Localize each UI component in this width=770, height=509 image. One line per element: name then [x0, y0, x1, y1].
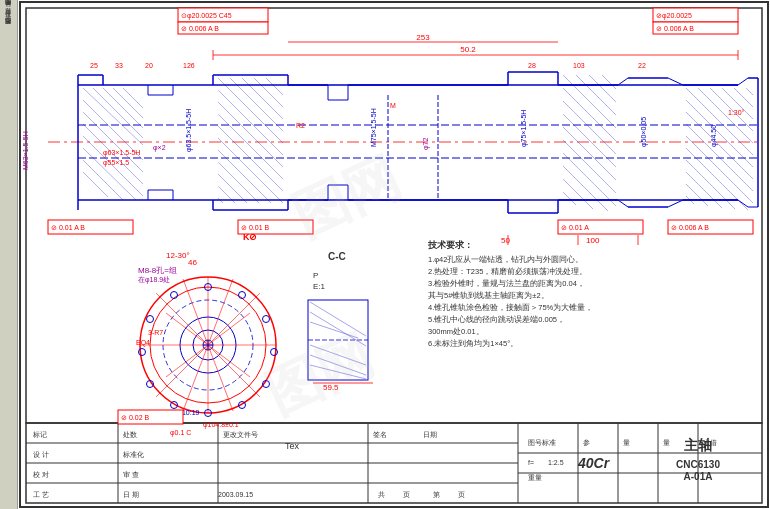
sidebar-label-1: (鼠)零件图纸 — [4, 10, 13, 14]
svg-text:126: 126 — [183, 62, 195, 69]
svg-text:M8-8孔=组: M8-8孔=组 — [138, 266, 177, 275]
svg-text:φ75×1.5-5H: φ75×1.5-5H — [520, 110, 528, 147]
svg-text:1:30°: 1:30° — [728, 109, 745, 116]
svg-text:2.热处理：T235，精磨前必须振荡冲洗处理。: 2.热处理：T235，精磨前必须振荡冲洗处理。 — [428, 267, 587, 276]
svg-text:K⊘: K⊘ — [243, 232, 258, 242]
svg-text:253: 253 — [416, 33, 430, 42]
svg-text:3-R7: 3-R7 — [148, 329, 163, 336]
svg-text:φ104.8±0.1: φ104.8±0.1 — [203, 421, 239, 429]
svg-text:22: 22 — [638, 62, 646, 69]
svg-text:技术要求：: 技术要求： — [427, 240, 473, 250]
svg-text:12-30°: 12-30° — [166, 251, 190, 260]
svg-text:⊘ 0.01 A: ⊘ 0.01 A — [561, 224, 589, 231]
svg-text:在φ18.9处: 在φ18.9处 — [138, 276, 170, 284]
svg-text:E:1: E:1 — [313, 282, 326, 291]
svg-text:A-01A: A-01A — [684, 471, 713, 482]
svg-text:页: 页 — [403, 491, 410, 499]
svg-text:校 对: 校 对 — [32, 471, 49, 478]
svg-text:签名: 签名 — [373, 431, 387, 438]
left-sidebar-panel: (鼠)零件图纸 推荐 近似 推荐图纸 — [0, 0, 18, 509]
svg-text:2003.09.15: 2003.09.15 — [218, 491, 253, 498]
svg-text:φ72: φ72 — [422, 138, 430, 150]
svg-text:量: 量 — [663, 439, 670, 446]
svg-text:100: 100 — [586, 236, 600, 245]
svg-text:⊘ 0.01 A B: ⊘ 0.01 A B — [51, 224, 85, 231]
svg-text:25: 25 — [90, 62, 98, 69]
svg-text:1.φ42孔应从一端钻透，钻孔内与外圆同心。: 1.φ42孔应从一端钻透，钻孔内与外圆同心。 — [428, 255, 583, 264]
svg-text:R2: R2 — [296, 122, 305, 129]
svg-text:φ63.5×1.5-5H: φ63.5×1.5-5H — [185, 109, 193, 152]
svg-text:⊘ 0.01 B: ⊘ 0.01 B — [241, 224, 270, 231]
svg-text:处数: 处数 — [123, 431, 137, 438]
svg-text:5.锥孔中心线的径向跳动误差端0.005，: 5.锥孔中心线的径向跳动误差端0.005， — [428, 315, 565, 324]
svg-text:φ55×1.5: φ55×1.5 — [103, 159, 129, 167]
svg-text:C-C: C-C — [328, 251, 346, 262]
svg-text:φ63×1.5-5H: φ63×1.5-5H — [103, 149, 140, 157]
svg-text:P: P — [313, 271, 318, 280]
svg-text:f=: f= — [528, 459, 534, 466]
svg-text:33: 33 — [115, 62, 123, 69]
svg-text:50: 50 — [501, 236, 510, 245]
svg-text:⊘ 0.006 A B: ⊘ 0.006 A B — [656, 25, 694, 32]
svg-text:第: 第 — [433, 491, 440, 498]
svg-text:审 查: 审 查 — [123, 471, 139, 478]
svg-text:标记: 标记 — [32, 431, 47, 438]
svg-text:⊙φ20.0025 C45: ⊙φ20.0025 C45 — [181, 12, 232, 20]
main-container: 零件图 标记 处数 更改文件号 签名 — [0, 0, 770, 509]
svg-text:φ×2: φ×2 — [153, 144, 166, 152]
svg-text:⊘ 0.006 A B: ⊘ 0.006 A B — [671, 224, 709, 231]
svg-text:40Cr: 40Cr — [577, 455, 611, 471]
svg-text:6.未标注到角均为1×45°。: 6.未标注到角均为1×45°。 — [428, 339, 518, 348]
svg-text:⊘φ20.0025: ⊘φ20.0025 — [656, 12, 692, 20]
svg-text:标准化: 标准化 — [122, 451, 144, 458]
svg-text:M: M — [390, 102, 396, 109]
svg-text:日 期: 日 期 — [123, 491, 139, 498]
svg-text:3.检验外锥时，量规与法兰盘的距离为0.04，: 3.检验外锥时，量规与法兰盘的距离为0.04， — [428, 279, 585, 288]
svg-text:工 艺: 工 艺 — [33, 491, 49, 498]
svg-text:46: 46 — [188, 258, 197, 267]
svg-text:更改文件号: 更改文件号 — [223, 431, 258, 439]
svg-text:M75×1.5-5H: M75×1.5-5H — [370, 108, 377, 147]
svg-text:日期: 日期 — [423, 431, 437, 438]
svg-text:页: 页 — [458, 491, 465, 499]
svg-text:φ0.1 C: φ0.1 C — [170, 429, 191, 437]
svg-text:103: 103 — [573, 62, 585, 69]
svg-text:CNC6130: CNC6130 — [676, 459, 720, 470]
svg-text:其与5#锥轨到线基主轴距离为±2。: 其与5#锥轨到线基主轴距离为±2。 — [428, 291, 549, 300]
svg-text:量: 量 — [623, 439, 630, 446]
svg-text:设 计: 设 计 — [33, 451, 49, 458]
svg-text:图号标准: 图号标准 — [528, 439, 556, 446]
svg-text:Tex: Tex — [285, 441, 300, 451]
svg-text:⊘ 0.006 A B: ⊘ 0.006 A B — [181, 25, 219, 32]
svg-text:共: 共 — [378, 491, 385, 499]
svg-text:50.2: 50.2 — [460, 45, 476, 54]
svg-text:重量: 重量 — [528, 474, 542, 481]
svg-text:300mm处0.01。: 300mm处0.01。 — [428, 327, 484, 336]
svg-text:φ44.50: φ44.50 — [710, 125, 718, 147]
drawing-svg: 标记 处数 更改文件号 签名 日期 设 计 标准化 校 对 审 查 工 艺 日 … — [18, 0, 770, 509]
svg-text:⊘ 0.02 B: ⊘ 0.02 B — [121, 414, 150, 421]
svg-text:主轴: 主轴 — [684, 437, 712, 453]
svg-text:28: 28 — [528, 62, 536, 69]
svg-text:EQ4: EQ4 — [136, 339, 150, 347]
svg-text:参: 参 — [583, 439, 590, 447]
svg-text:1:2.5: 1:2.5 — [548, 459, 564, 466]
svg-text:20: 20 — [145, 62, 153, 69]
svg-text:φ50×0.05: φ50×0.05 — [640, 117, 648, 147]
svg-text:M63×1.5-5H: M63×1.5-5H — [22, 131, 29, 170]
svg-text:4.锥孔锥轨涂色检验，接触面＞75%为大锥量，: 4.锥孔锥轨涂色检验，接触面＞75%为大锥量， — [428, 303, 593, 312]
